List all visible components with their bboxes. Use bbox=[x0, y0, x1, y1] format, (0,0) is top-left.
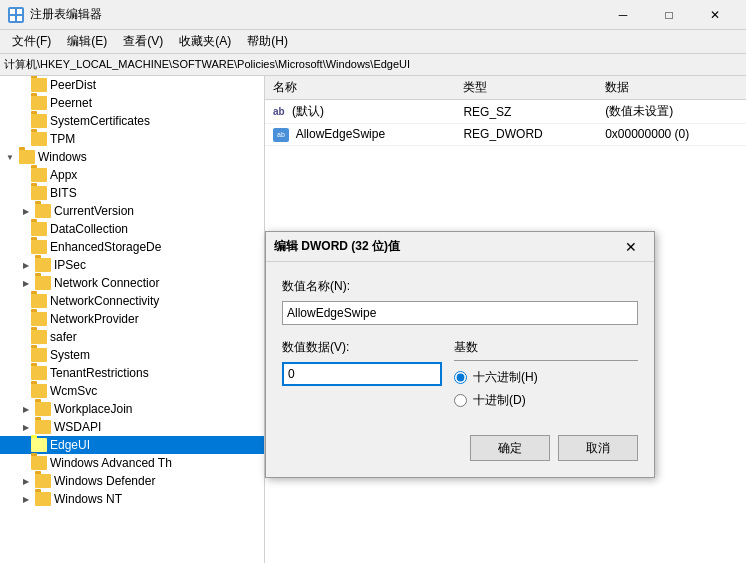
tree-item-safer[interactable]: safer bbox=[0, 328, 264, 346]
tree-item-windowsnt[interactable]: ▶ Windows NT bbox=[0, 490, 264, 508]
tree-item-wsdapi[interactable]: ▶ WSDAPI bbox=[0, 418, 264, 436]
window-controls: ─ □ ✕ bbox=[600, 0, 738, 30]
folder-icon bbox=[31, 240, 47, 254]
dialog-close-button[interactable]: ✕ bbox=[616, 232, 646, 262]
tree-item-system[interactable]: System bbox=[0, 346, 264, 364]
menu-edit[interactable]: 编辑(E) bbox=[59, 31, 115, 52]
radio-dec-input[interactable] bbox=[454, 394, 467, 407]
tree-label: DataCollection bbox=[50, 222, 128, 236]
folder-icon bbox=[31, 132, 47, 146]
menu-file[interactable]: 文件(F) bbox=[4, 31, 59, 52]
radio-dec-label: 十进制(D) bbox=[473, 392, 526, 409]
tree-label: Network Connectior bbox=[54, 276, 159, 290]
tree-item-networkprovider[interactable]: NetworkProvider bbox=[0, 310, 264, 328]
title-bar: 注册表编辑器 ─ □ ✕ bbox=[0, 0, 746, 30]
data-input[interactable] bbox=[282, 362, 442, 386]
tree-item-peerdist[interactable]: PeerDist bbox=[0, 76, 264, 94]
menu-help[interactable]: 帮助(H) bbox=[239, 31, 296, 52]
ok-button[interactable]: 确定 bbox=[470, 435, 550, 461]
tree-item-enhancedstorage[interactable]: EnhancedStorageDe bbox=[0, 238, 264, 256]
tree-item-networkconnectivity[interactable]: NetworkConnectivity bbox=[0, 292, 264, 310]
value-input-group: 数值数据(V): bbox=[282, 339, 442, 415]
tree-label: Windows bbox=[38, 150, 87, 164]
tree-item-ipsec[interactable]: ▶ IPSec bbox=[0, 256, 264, 274]
tree-item-systemcerts[interactable]: SystemCertificates bbox=[0, 112, 264, 130]
tree-label: NetworkProvider bbox=[50, 312, 139, 326]
tree-item-workplacejoin[interactable]: ▶ WorkplaceJoin bbox=[0, 400, 264, 418]
tree-label: WorkplaceJoin bbox=[54, 402, 132, 416]
tree-label: CurrentVersion bbox=[54, 204, 134, 218]
tree-item-windowsdefender[interactable]: ▶ Windows Defender bbox=[0, 472, 264, 490]
base-group: 基数 十六进制(H) 十进制(D) bbox=[454, 339, 638, 415]
tree-item-appx[interactable]: Appx bbox=[0, 166, 264, 184]
radio-hex-input[interactable] bbox=[454, 371, 467, 384]
tree-item-tenantrestrictions[interactable]: TenantRestrictions bbox=[0, 364, 264, 382]
tree-item-bits[interactable]: BITS bbox=[0, 184, 264, 202]
col-data: 数据 bbox=[597, 76, 746, 100]
folder-icon bbox=[31, 312, 47, 326]
tree-item-datacollection[interactable]: DataCollection bbox=[0, 220, 264, 238]
tree-label: WcmSvc bbox=[50, 384, 97, 398]
table-row[interactable]: ab AllowEdgeSwipe REG_DWORD 0x00000000 (… bbox=[265, 124, 746, 146]
tree-label: WSDAPI bbox=[54, 420, 101, 434]
expand-icon bbox=[16, 115, 28, 127]
expand-icon bbox=[16, 97, 28, 109]
folder-icon bbox=[35, 204, 51, 218]
folder-icon bbox=[31, 384, 47, 398]
expand-icon: ▶ bbox=[20, 421, 32, 433]
expand-icon bbox=[16, 79, 28, 91]
expand-icon: ▶ bbox=[20, 205, 32, 217]
expand-icon bbox=[16, 133, 28, 145]
menu-view[interactable]: 查看(V) bbox=[115, 31, 171, 52]
tree-item-windowsadvanced[interactable]: Windows Advanced Th bbox=[0, 454, 264, 472]
svg-rect-0 bbox=[10, 9, 15, 14]
col-type: 类型 bbox=[455, 76, 597, 100]
edit-dword-dialog: 编辑 DWORD (32 位)值 ✕ 数值名称(N): 数值数据(V): 基数 … bbox=[265, 231, 655, 478]
folder-icon bbox=[31, 222, 47, 236]
expand-icon: ▼ bbox=[4, 151, 16, 163]
radio-hex[interactable]: 十六进制(H) bbox=[454, 369, 638, 386]
tree-label: SystemCertificates bbox=[50, 114, 150, 128]
radio-dec[interactable]: 十进制(D) bbox=[454, 392, 638, 409]
folder-icon bbox=[31, 114, 47, 128]
tree-label: EdgeUI bbox=[50, 438, 90, 452]
tree-item-networkconnection[interactable]: ▶ Network Connectior bbox=[0, 274, 264, 292]
tree-label: safer bbox=[50, 330, 77, 344]
tree-label: NetworkConnectivity bbox=[50, 294, 159, 308]
tree-item-wcmsvc[interactable]: WcmSvc bbox=[0, 382, 264, 400]
folder-icon bbox=[35, 258, 51, 272]
tree-label: TPM bbox=[50, 132, 75, 146]
tree-item-tpm[interactable]: TPM bbox=[0, 130, 264, 148]
table-row[interactable]: ab (默认) REG_SZ (数值未设置) bbox=[265, 100, 746, 124]
tree-label: PeerDist bbox=[50, 78, 96, 92]
svg-rect-1 bbox=[17, 9, 22, 14]
folder-icon bbox=[19, 150, 35, 164]
folder-icon bbox=[31, 96, 47, 110]
folder-icon bbox=[35, 420, 51, 434]
folder-icon bbox=[31, 186, 47, 200]
name-input[interactable] bbox=[282, 301, 638, 325]
tree-label: Peernet bbox=[50, 96, 92, 110]
col-name: 名称 bbox=[265, 76, 455, 100]
expand-icon: ▶ bbox=[20, 259, 32, 271]
expand-icon: ▶ bbox=[20, 475, 32, 487]
folder-icon bbox=[31, 168, 47, 182]
value-type: REG_DWORD bbox=[455, 124, 597, 146]
svg-rect-3 bbox=[17, 16, 22, 21]
cancel-button[interactable]: 取消 bbox=[558, 435, 638, 461]
value-name: ab AllowEdgeSwipe bbox=[265, 124, 455, 146]
tree-item-edgeui[interactable]: EdgeUI bbox=[0, 436, 264, 454]
dialog-body: 数值名称(N): 数值数据(V): 基数 十六进制(H) 十进制(D) bbox=[266, 262, 654, 477]
folder-icon bbox=[31, 366, 47, 380]
expand-icon: ▶ bbox=[20, 277, 32, 289]
tree-item-currentversion[interactable]: ▶ CurrentVersion bbox=[0, 202, 264, 220]
tree-item-peernet[interactable]: Peernet bbox=[0, 94, 264, 112]
window-title: 注册表编辑器 bbox=[30, 6, 600, 23]
value-type: REG_SZ bbox=[455, 100, 597, 124]
registry-tree: PeerDist Peernet SystemCertificates TPM … bbox=[0, 76, 265, 563]
maximize-button[interactable]: □ bbox=[646, 0, 692, 30]
close-button[interactable]: ✕ bbox=[692, 0, 738, 30]
menu-favorites[interactable]: 收藏夹(A) bbox=[171, 31, 239, 52]
minimize-button[interactable]: ─ bbox=[600, 0, 646, 30]
tree-item-windows[interactable]: ▼ Windows bbox=[0, 148, 264, 166]
